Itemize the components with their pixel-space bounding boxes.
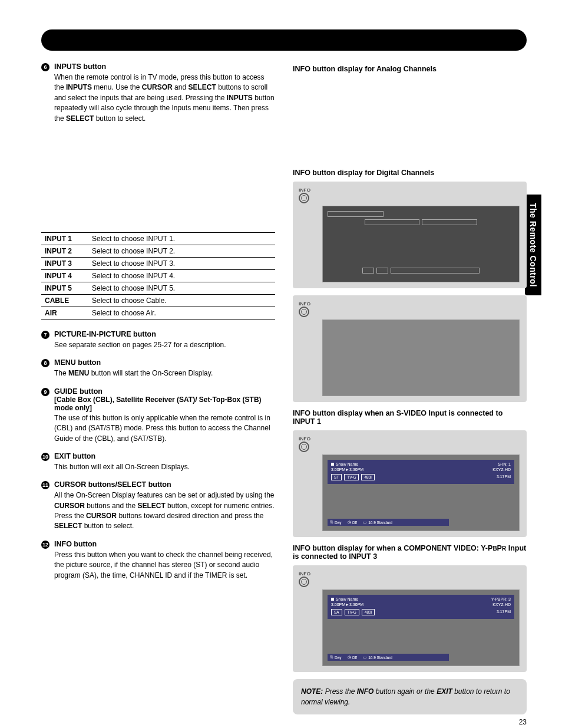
osd-tag: ST: [331, 474, 342, 480]
bullet-9: 9: [41, 388, 49, 396]
input-name: CABLE: [41, 294, 88, 307]
osd-channel-id: KXYZ-HD: [492, 602, 511, 607]
item-subtitle: [Cable Box (CBL), Satellite Receiver (SA…: [54, 396, 275, 412]
info-label: INFO: [299, 571, 310, 577]
heading-digital: INFO button display for Digital Channels: [293, 169, 527, 177]
osd-time-range: 3:00PM►3:30PM: [331, 602, 363, 607]
item-title: INFO button: [54, 540, 97, 548]
info-button-icon: [299, 577, 309, 587]
aspect-icon: ▭: [363, 655, 367, 660]
note-box: NOTE: Press the INFO button again or the…: [293, 679, 527, 714]
osd-bottom-bar: ⇅Day ◷Off ▭16:9 Standard: [328, 654, 449, 661]
item-title: GUIDE button: [54, 387, 275, 396]
item-info: 12 INFO button Press this button when yo…: [41, 540, 275, 581]
manual-page: The Remote Control 6 INPUTS button When …: [0, 0, 562, 728]
osd-input-id: Y-PBPR: 3: [491, 597, 511, 601]
info-label: INFO: [299, 436, 310, 442]
input-desc: Select to choose Air.: [88, 307, 275, 319]
osd-screen: Show Name S-IN: 1 3:00PM►3:30PM KXYZ-HD …: [322, 454, 520, 531]
right-column: INFO button display for Analog Channels …: [293, 62, 527, 714]
table-row: INPUT 4Select to choose INPUT 4.: [41, 269, 275, 282]
page-number: 23: [519, 718, 527, 726]
osd-screen: [322, 206, 520, 282]
bullet-7: 7: [41, 331, 49, 339]
osd-screen: [322, 319, 520, 396]
spacer: [293, 78, 527, 166]
table-row: INPUT 1Select to choose INPUT 1.: [41, 232, 275, 245]
osd-tag: 480i: [362, 609, 375, 615]
input-name: INPUT 4: [41, 269, 88, 282]
spacer: [41, 132, 275, 226]
item-cursor: 11 CURSOR buttons/SELECT button All the …: [41, 480, 275, 532]
bullet-11: 11: [41, 481, 49, 489]
osd-tag: TV-G: [344, 474, 359, 480]
info-button-icon: [299, 442, 309, 452]
info-label: INFO: [299, 187, 310, 193]
table-row: INPUT 3Select to choose INPUT 3.: [41, 257, 275, 269]
item-body: The MENU button will start the On-Screen…: [54, 368, 275, 378]
item-exit: 10 EXIT button This button will exit all…: [41, 452, 275, 472]
square-icon: [331, 463, 334, 466]
item-menu: 8 MENU button The MENU button will start…: [41, 358, 275, 378]
osd-clock: 3:17PM: [497, 475, 511, 479]
timer-icon: ◷: [348, 655, 351, 660]
osd-banner: Show Name S-IN: 1 3:00PM►3:30PM KXYZ-HD …: [328, 460, 514, 484]
osd-banner: Show Name Y-PBPR: 3 3:00PM►3:30PM KXYZ-H…: [328, 595, 514, 619]
osd-channel-id: KXYZ-HD: [492, 467, 511, 472]
item-body: Press this button when you want to check…: [54, 550, 275, 581]
bullet-8: 8: [41, 359, 49, 367]
osd-tag: SA: [331, 609, 342, 615]
table-row: CABLESelect to choose Cable.: [41, 294, 275, 307]
osd-show-name: Show Name: [336, 597, 358, 601]
info-button-icon: [299, 307, 309, 317]
input-name: INPUT 2: [41, 245, 88, 257]
item-title: INPUTS button: [54, 62, 106, 71]
bullet-10: 10: [41, 453, 49, 461]
item-body: When the remote control is in TV mode, p…: [54, 73, 275, 124]
heading-svideo: INFO button display when an S-VIDEO Inpu…: [293, 409, 527, 426]
two-column-layout: 6 INPUTS button When the remote control …: [41, 62, 527, 714]
input-name: INPUT 1: [41, 232, 88, 245]
input-desc: Select to choose INPUT 3.: [88, 257, 275, 269]
heading-analog: INFO button display for Analog Channels: [293, 65, 527, 73]
input-desc: Select to choose INPUT 5.: [88, 282, 275, 294]
bullet-6: 6: [41, 63, 49, 71]
aspect-icon: ▭: [363, 520, 367, 525]
display-digital-2: INFO: [293, 295, 527, 402]
item-title: MENU button: [54, 358, 101, 367]
table-row: INPUT 5Select to choose INPUT 5.: [41, 282, 275, 294]
display-svideo: INFO Show Name S-IN: 1 3:00PM►3:30PM KXY…: [293, 430, 527, 537]
osd-clock: 3:17PM: [497, 610, 511, 614]
table-row: AIRSelect to choose Air.: [41, 307, 275, 319]
display-digital-1: INFO: [293, 182, 527, 288]
item-body: The use of this button is only applicabl…: [54, 413, 275, 444]
osd-screen: Show Name Y-PBPR: 3 3:00PM►3:30PM KXYZ-H…: [322, 589, 520, 666]
input-desc: Select to choose INPUT 2.: [88, 245, 275, 257]
osd-show-name: Show Name: [336, 462, 358, 466]
osd-tag: 480i: [361, 474, 374, 480]
info-label: INFO: [299, 301, 310, 307]
updown-icon: ⇅: [330, 655, 333, 660]
table-row: INPUT 2Select to choose INPUT 2.: [41, 245, 275, 257]
item-title: CURSOR buttons/SELECT button: [54, 480, 171, 489]
input-desc: Select to choose INPUT 1.: [88, 232, 275, 245]
updown-icon: ⇅: [330, 520, 333, 525]
input-name: INPUT 3: [41, 257, 88, 269]
heading-component: INFO button display for when a COMPONENT…: [293, 544, 527, 561]
left-column: 6 INPUTS button When the remote control …: [41, 62, 275, 714]
item-title: PICTURE-IN-PICTURE button: [54, 330, 156, 338]
display-component: INFO Show Name Y-PBPR: 3 3:00PM►3:30PM K…: [293, 565, 527, 672]
input-desc: Select to choose Cable.: [88, 294, 275, 307]
input-name: INPUT 5: [41, 282, 88, 294]
info-button-icon: [299, 193, 309, 203]
item-body: This button will exit all On-Screen Disp…: [54, 462, 275, 472]
bullet-12: 12: [41, 541, 49, 549]
square-icon: [331, 598, 334, 601]
header-black-bar: [41, 29, 527, 51]
side-tab: The Remote Control: [525, 195, 541, 295]
item-body: All the On-Screen Display features can b…: [54, 490, 275, 532]
item-pip: 7 PICTURE-IN-PICTURE button See separate…: [41, 330, 275, 350]
osd-time-range: 3:00PM►3:30PM: [331, 467, 363, 472]
item-title: EXIT button: [54, 452, 95, 460]
timer-icon: ◷: [348, 520, 351, 525]
